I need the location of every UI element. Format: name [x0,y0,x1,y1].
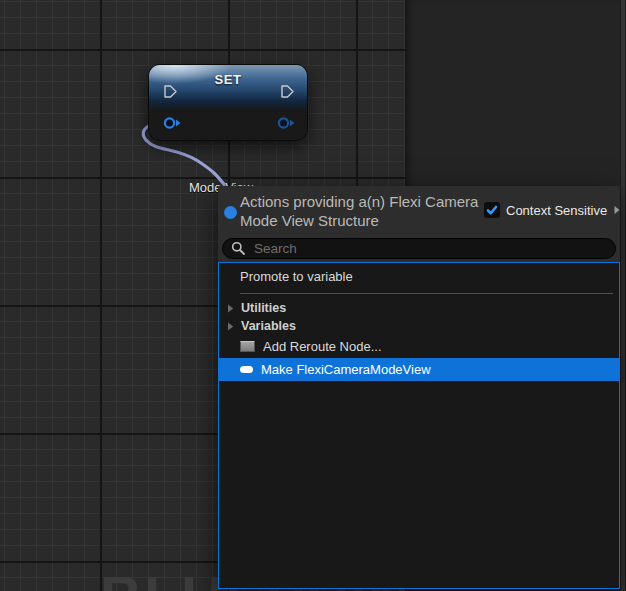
context-menu-header: Actions providing a(n) Flexi Camera Mode… [218,186,620,262]
set-node[interactable]: SET Mode View [148,64,308,141]
context-sensitive-control: Context Sensitive [484,202,621,218]
list-separator [240,293,613,294]
struct-pin-icon [240,366,253,373]
search-bar[interactable] [222,238,616,259]
add-reroute-node-label: Add Reroute Node... [263,339,382,354]
check-icon [486,204,498,216]
context-sensitive-label: Context Sensitive [506,203,607,218]
panel-scrollbar[interactable] [621,0,625,591]
make-flexicameramodeview-item[interactable]: Make FlexiCameraModeView [219,358,619,381]
category-variables[interactable]: Variables [219,317,619,335]
exec-in-pin-icon[interactable] [163,84,178,99]
action-list: Promote to variable Utilities Variables … [218,262,620,589]
context-sensitive-checkbox[interactable] [484,202,500,218]
promote-to-variable-item[interactable]: Promote to variable [219,263,619,290]
mode-view-output-pin-icon[interactable] [277,116,297,130]
exec-out-pin-icon[interactable] [280,84,295,99]
struct-type-dot-icon [224,206,237,219]
chevron-right-icon[interactable] [613,204,621,216]
search-icon [231,241,246,256]
category-utilities-label: Utilities [241,301,286,315]
search-input[interactable] [252,240,607,257]
promote-to-variable-label: Promote to variable [240,269,353,284]
triangle-right-icon [227,304,234,313]
triangle-right-icon [227,322,234,331]
category-utilities[interactable]: Utilities [219,299,619,317]
context-action-menu: Actions providing a(n) Flexi Camera Mode… [218,186,620,589]
category-variables-label: Variables [241,319,296,333]
reroute-node-icon [240,341,255,352]
add-reroute-node-item[interactable]: Add Reroute Node... [219,335,619,358]
make-flexicameramodeview-label: Make FlexiCameraModeView [261,362,431,377]
mode-view-input-pin-icon[interactable] [163,116,183,130]
context-menu-title: Actions providing a(n) Flexi Camera Mode… [240,192,490,230]
blueprint-editor: BLUEPRINT SET Mode View Actions providin… [0,0,626,591]
